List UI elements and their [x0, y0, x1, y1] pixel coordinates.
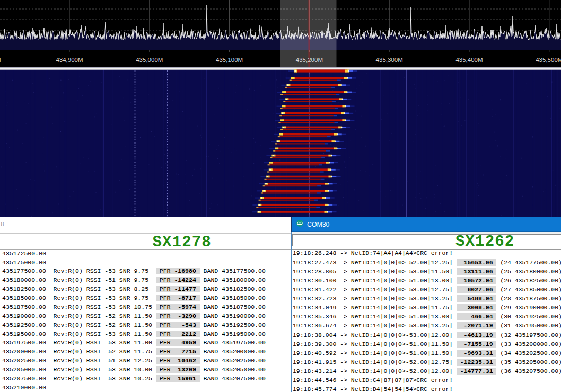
svg-text:435,300M: 435,300M — [376, 57, 403, 63]
svg-text:435,200M: 435,200M — [296, 57, 323, 63]
svg-text:435,500M: 435,500M — [536, 57, 561, 63]
svg-text:434,900M: 434,900M — [56, 57, 83, 63]
svg-text:435,400M: 435,400M — [455, 57, 483, 63]
svg-text:435,100M: 435,100M — [216, 57, 243, 63]
svg-text:435,000M: 435,000M — [136, 57, 163, 63]
svg-text:434,800M: 434,800M — [0, 57, 1, 63]
